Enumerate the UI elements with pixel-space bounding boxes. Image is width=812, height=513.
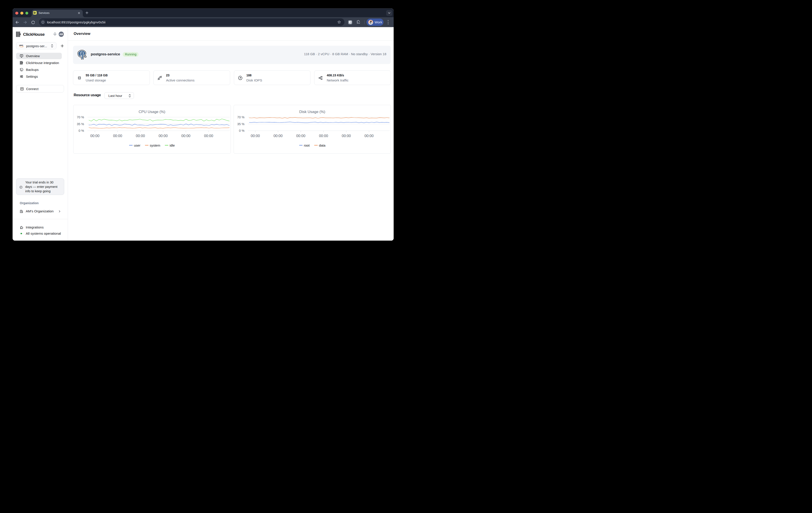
svg-text:00:00: 00:00 — [342, 134, 351, 138]
svg-text:00:00: 00:00 — [158, 134, 168, 138]
svg-text:00:00: 00:00 — [204, 134, 213, 138]
svg-text:00:00: 00:00 — [273, 134, 283, 138]
svg-text:35 %: 35 % — [237, 122, 244, 125]
svg-text:00:00: 00:00 — [181, 134, 191, 138]
svg-text:00:00: 00:00 — [251, 134, 260, 138]
svg-text:00:00: 00:00 — [113, 134, 122, 138]
svg-text:0 %: 0 % — [239, 129, 244, 133]
svg-text:0 %: 0 % — [79, 129, 84, 133]
svg-text:70 %: 70 % — [237, 115, 244, 119]
svg-text:35 %: 35 % — [77, 122, 84, 125]
svg-text:00:00: 00:00 — [90, 134, 99, 138]
svg-text:aws: aws — [19, 44, 23, 46]
svg-text:00:00: 00:00 — [136, 134, 145, 138]
svg-text:00:00: 00:00 — [296, 134, 306, 138]
svg-text:00:00: 00:00 — [365, 134, 374, 138]
svg-text:70 %: 70 % — [77, 115, 84, 119]
svg-text:00:00: 00:00 — [319, 134, 328, 138]
